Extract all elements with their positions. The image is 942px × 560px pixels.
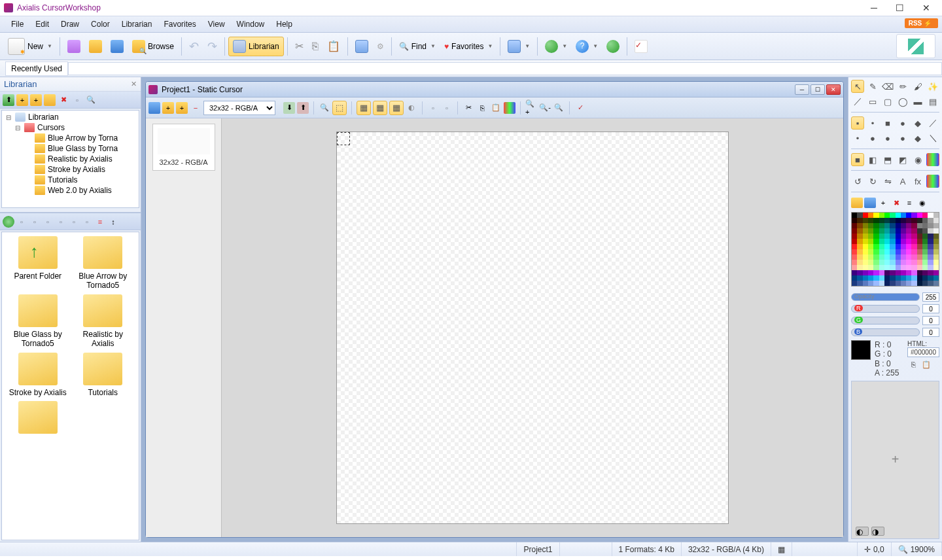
blue-value[interactable]: 0 — [922, 328, 939, 337]
color-swatch[interactable] — [857, 281, 862, 286]
color-swatch[interactable] — [868, 213, 873, 218]
color-swatch[interactable] — [868, 249, 873, 254]
doc-palette-icon[interactable] — [504, 102, 515, 114]
menu-window[interactable]: Window — [231, 18, 271, 31]
color-swatch[interactable] — [917, 254, 922, 260]
doc-close-button[interactable]: ✕ — [826, 84, 841, 95]
brush-7-icon[interactable]: • — [851, 131, 864, 145]
find-button[interactable]: 🔍Find▼ — [395, 39, 440, 54]
color-swatch[interactable] — [873, 223, 879, 228]
doc-grid3-icon[interactable]: ▦ — [389, 101, 404, 115]
grad-v-icon[interactable]: ⬒ — [881, 153, 894, 166]
color-swatch[interactable] — [896, 239, 901, 244]
doc-minimize-button[interactable]: ─ — [795, 84, 809, 95]
copy-color-icon[interactable]: ⎘ — [907, 359, 919, 370]
color-swatch[interactable] — [901, 254, 906, 260]
color-swatch[interactable] — [890, 270, 895, 275]
color-swatch[interactable] — [917, 234, 922, 239]
color-swatch[interactable] — [906, 270, 911, 275]
color-swatch[interactable] — [852, 270, 857, 275]
swatch-del-icon[interactable]: ✖ — [890, 198, 902, 208]
file-folder[interactable]: Blue Glass by Tornado5 — [6, 294, 70, 349]
doc-grid1-icon[interactable]: ▦ — [357, 101, 371, 115]
color-swatch[interactable] — [890, 223, 895, 228]
brush-4-icon[interactable]: ● — [896, 116, 909, 130]
minimize-button[interactable]: ─ — [871, 3, 877, 13]
swatch-sort-icon[interactable]: ≡ — [903, 198, 915, 208]
new-button[interactable]: New▼ — [4, 35, 56, 58]
color-swatch[interactable] — [879, 265, 884, 270]
color-swatch[interactable] — [896, 244, 901, 249]
color-swatch[interactable] — [879, 260, 884, 265]
color-swatch[interactable] — [873, 239, 879, 244]
web-button[interactable]: ▼ — [541, 37, 571, 56]
color-swatch[interactable] — [928, 254, 933, 260]
color-swatch[interactable] — [884, 234, 890, 239]
color-swatch[interactable] — [868, 228, 873, 234]
color-swatch[interactable] — [896, 270, 901, 275]
color-swatch[interactable] — [933, 254, 939, 260]
color-swatch[interactable] — [896, 213, 901, 218]
color-swatch[interactable] — [901, 270, 906, 275]
grad-r-icon[interactable]: ◉ — [911, 153, 924, 166]
color-swatch[interactable] — [922, 270, 928, 275]
eraser-tool-icon[interactable]: ⌫ — [881, 80, 894, 93]
color-swatch[interactable] — [857, 265, 862, 270]
color-swatch[interactable] — [863, 275, 868, 281]
arrow-tool-icon[interactable]: ↖ — [851, 80, 864, 93]
color-swatch[interactable] — [873, 275, 879, 281]
color-swatch[interactable] — [868, 265, 873, 270]
color-swatch[interactable] — [901, 223, 906, 228]
color-swatch[interactable] — [868, 239, 873, 244]
color-swatch[interactable] — [873, 249, 879, 254]
document-titlebar[interactable]: Project1 - Static Cursor ─ ☐ ✕ — [146, 82, 843, 97]
wand-tool-icon[interactable]: ✨ — [926, 80, 939, 93]
color-swatch[interactable] — [852, 228, 857, 234]
color-swatch[interactable] — [911, 249, 916, 254]
color-swatch[interactable] — [884, 265, 890, 270]
help-button[interactable]: ?▼ — [572, 37, 602, 56]
menu-draw[interactable]: Draw — [55, 18, 85, 31]
color-swatch[interactable] — [928, 239, 933, 244]
red-slider[interactable]: R — [851, 305, 920, 313]
color-swatch[interactable] — [873, 228, 879, 234]
doc-check-icon[interactable]: ✓ — [574, 102, 586, 114]
color-swatch[interactable] — [906, 281, 911, 286]
file-list-icon[interactable]: ≡ — [94, 216, 106, 228]
color-swatch[interactable] — [863, 218, 868, 223]
fx-icon[interactable]: fx — [911, 175, 924, 188]
color-swatch[interactable] — [906, 244, 911, 249]
undo-button[interactable]: ↶ — [185, 37, 203, 56]
color-swatch[interactable] — [863, 270, 868, 275]
color-swatch[interactable] — [873, 254, 879, 260]
doc-export-icon[interactable]: ⬆ — [297, 102, 309, 114]
color-swatch[interactable] — [896, 281, 901, 286]
redo-button[interactable]: ↷ — [203, 37, 221, 56]
color-swatch[interactable] — [890, 244, 895, 249]
color-swatch[interactable] — [911, 281, 916, 286]
color-swatch[interactable] — [917, 281, 922, 286]
open-button[interactable] — [85, 37, 106, 56]
close-button[interactable]: ✕ — [922, 3, 930, 13]
lib-delete-icon[interactable]: ✖ — [58, 94, 69, 106]
opacity-slider[interactable]: Opacity — [851, 293, 920, 301]
color-swatch[interactable] — [917, 249, 922, 254]
color-swatch[interactable] — [857, 213, 862, 218]
color-swatch[interactable] — [911, 260, 916, 265]
color-swatch[interactable] — [901, 234, 906, 239]
color-swatch[interactable] — [868, 234, 873, 239]
color-swatch[interactable] — [933, 265, 939, 270]
color-swatch[interactable] — [922, 281, 928, 286]
color-swatch[interactable] — [911, 265, 916, 270]
color-swatch[interactable] — [852, 239, 857, 244]
format-select[interactable]: 32x32 - RGB/A — [203, 101, 275, 115]
gradient-icon[interactable] — [926, 175, 939, 188]
color-swatch[interactable] — [879, 239, 884, 244]
color-swatch[interactable] — [873, 281, 879, 286]
doc-zoomin-icon[interactable]: 🔍+ — [525, 102, 537, 114]
color-swatch[interactable] — [863, 254, 868, 260]
color-swatch[interactable] — [890, 260, 895, 265]
color-swatch[interactable] — [863, 265, 868, 270]
color-swatch[interactable] — [911, 228, 916, 234]
color-swatch[interactable] — [852, 213, 857, 218]
